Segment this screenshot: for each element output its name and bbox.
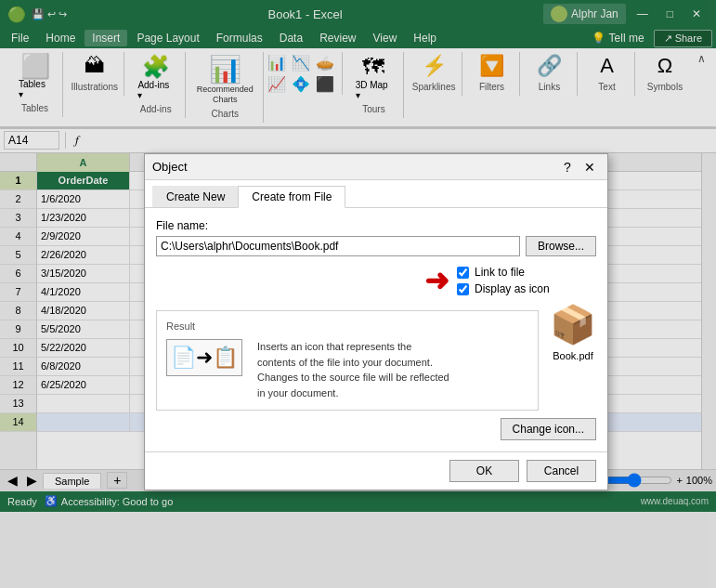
dialog-tab-createnew[interactable]: Create New [152,186,238,207]
arrow-area: ➜ [156,266,457,295]
link-to-file-checkbox[interactable] [457,267,469,279]
file-name-section: File name: Browse... [156,219,596,256]
dialog-body: File name: Browse... ➜ Link to file [145,208,607,451]
dialog-help-button[interactable]: ? [557,157,578,177]
pdf-icon: 📦 [550,303,596,346]
browse-button[interactable]: Browse... [526,236,596,256]
pdf-filename-label: Book.pdf [553,350,592,361]
change-icon-button[interactable]: Change icon... [501,418,596,440]
cancel-button[interactable]: Cancel [527,460,596,482]
dialog-tab-createfromfile[interactable]: Create from File [238,186,345,208]
pdf-icon-area: 📦 Book.pdf [550,303,596,361]
result-description: Inserts an icon that represents the cont… [257,339,528,400]
display-as-icon-checkbox[interactable] [457,283,469,295]
dialog-title-text: Object [152,160,188,174]
file-name-label: File name: [156,219,596,232]
arrow-checkboxes-row: ➜ Link to file Display as icon [156,266,596,295]
link-to-file-checkbox-label[interactable]: Link to file [457,266,596,279]
dialog-title-bar: Object ? ✕ [145,154,607,180]
link-to-file-label: Link to file [475,266,525,279]
display-as-icon-label: Display as icon [475,282,550,295]
result-icon: 📄➜📋 [166,339,242,376]
display-as-icon-checkbox-label[interactable]: Display as icon [457,282,596,295]
red-arrow-icon: ➜ [424,266,449,295]
file-name-input-row: Browse... [156,236,596,256]
dialog-overlay: Object ? ✕ Create New Create from File F… [0,0,716,588]
checkboxes-section: Link to file Display as icon [457,266,596,295]
result-content: 📄➜📋 Inserts an icon that represents the … [166,339,528,400]
ok-button[interactable]: OK [449,460,519,482]
dialog-tabs: Create New Create from File [145,180,607,208]
result-and-icon-row: Result 📄➜📋 Inserts an icon that represen… [156,303,596,411]
dialog-footer: OK Cancel [145,451,607,490]
dialog-title-buttons: ? ✕ [557,157,600,177]
file-name-input[interactable] [156,236,520,256]
dialog-close-button[interactable]: ✕ [579,157,600,177]
object-dialog: Object ? ✕ Create New Create from File F… [144,153,608,490]
result-label: Result [166,320,528,332]
result-section: Result 📄➜📋 Inserts an icon that represen… [156,310,539,411]
change-icon-row: Change icon... [156,418,596,440]
